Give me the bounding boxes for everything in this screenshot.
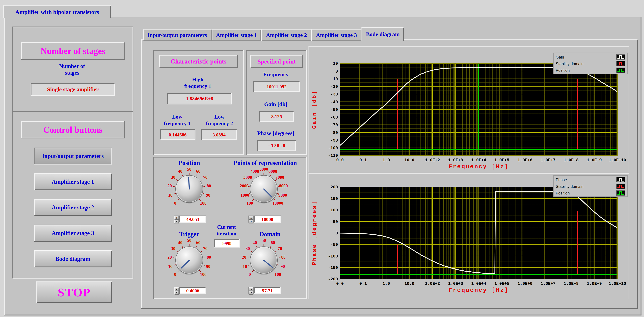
legend-line-icon xyxy=(616,54,625,60)
position-knob[interactable]: 0102030405060708090100 xyxy=(154,166,224,216)
svg-text:1.0E+8: 1.0E+8 xyxy=(564,281,578,286)
legend-item[interactable]: Stability domain xyxy=(554,183,628,189)
svg-text:0: 0 xyxy=(248,272,251,277)
svg-text:10: 10 xyxy=(168,193,172,198)
svg-text:1.0E+10: 1.0E+10 xyxy=(609,158,626,163)
trigger-value[interactable]: 0.4006 xyxy=(180,287,206,294)
svg-text:1.0E+5: 1.0E+5 xyxy=(494,158,509,163)
specified-point-title: Specified point xyxy=(258,58,296,65)
svg-text:1.0E+9: 1.0E+9 xyxy=(587,281,602,286)
svg-text:90: 90 xyxy=(280,264,285,269)
tab-amplifier-stage-2[interactable]: Amplifier stage 2 xyxy=(262,30,312,41)
gain-bode-plot: 0.00.11.010.01.0E+21.0E+31.0E+41.0E+51.0… xyxy=(308,47,629,172)
amplifier-stage-2-button[interactable]: Amplifier stage 2 xyxy=(34,199,112,216)
gain-db-label: Gain [db] xyxy=(247,101,304,108)
legend-item[interactable]: Phase xyxy=(554,176,628,183)
position-spinner[interactable]: ▲▼ xyxy=(174,215,180,223)
svg-text:40: 40 xyxy=(252,240,257,245)
points-spinner[interactable]: ▲▼ xyxy=(248,215,254,223)
domain-value[interactable]: 97.71 xyxy=(254,287,281,294)
svg-text:-10: -10 xyxy=(330,77,338,82)
decrement-icon[interactable]: ▼ xyxy=(174,291,179,295)
svg-text:70: 70 xyxy=(203,246,208,251)
increment-icon[interactable]: ▲ xyxy=(174,287,179,291)
trigger-knob[interactable]: 0102030405060708090100 xyxy=(154,237,224,288)
svg-text:20: 20 xyxy=(242,255,246,260)
svg-text:-40: -40 xyxy=(330,100,338,105)
increment-icon[interactable]: ▲ xyxy=(249,287,254,291)
input-output-parameters-button[interactable]: Input/output parameters xyxy=(34,148,112,165)
window-tab-label: Amplifier with bipolar transistors xyxy=(15,9,99,16)
amplifier-stage-1-button[interactable]: Amplifier stage 1 xyxy=(34,173,112,190)
legend-line-icon xyxy=(616,183,625,189)
svg-text:4000: 4000 xyxy=(250,169,259,174)
position-knob-control: ▲▼ 49.053 xyxy=(174,215,206,223)
svg-text:0.0: 0.0 xyxy=(336,158,344,163)
tab-amplifier-stage-1[interactable]: Amplifier stage 1 xyxy=(212,30,262,41)
legend-item[interactable]: Gain xyxy=(554,54,628,60)
points-of-representation-knob[interactable]: 1001000200030004000500060007000800090001… xyxy=(228,166,299,216)
svg-text:20: 20 xyxy=(168,184,172,188)
number-of-stages-label: Number of stages xyxy=(13,63,131,76)
svg-text:150: 150 xyxy=(330,196,338,201)
svg-text:10: 10 xyxy=(333,61,338,66)
stop-button[interactable]: STOP xyxy=(36,281,112,303)
stage-tabbar: Input/output parameters Amplifier stage … xyxy=(143,27,404,40)
gain-plot-legend[interactable]: GainStability domainPozition xyxy=(553,53,628,74)
phase-indicator: -179.9 xyxy=(257,140,296,151)
phase-bode-plot: 0.00.11.010.01.0E+21.0E+31.0E+41.0E+51.0… xyxy=(308,173,629,299)
domain-knob-label: Domain xyxy=(239,230,301,238)
trigger-spinner[interactable]: ▲▼ xyxy=(174,287,180,294)
tab-input-output-parameters[interactable]: Input/output parameters xyxy=(143,30,212,41)
legend-item[interactable]: Pozition xyxy=(554,189,628,196)
tab-amplifier-stage-3[interactable]: Amplifier stage 3 xyxy=(312,30,362,41)
svg-text:80: 80 xyxy=(207,255,211,260)
decrement-icon[interactable]: ▼ xyxy=(249,291,254,295)
svg-text:-90: -90 xyxy=(330,138,338,143)
svg-text:20: 20 xyxy=(168,255,172,260)
svg-text:80: 80 xyxy=(207,184,211,188)
increment-icon[interactable]: ▲ xyxy=(249,216,254,220)
svg-text:60: 60 xyxy=(196,240,200,245)
svg-text:0: 0 xyxy=(336,69,338,74)
domain-knob[interactable]: 0102030405060708090100 xyxy=(228,237,299,288)
characteristic-points-box: Characteristic points High frequency 1 1… xyxy=(153,50,244,155)
increment-icon[interactable]: ▲ xyxy=(174,216,179,220)
svg-text:100: 100 xyxy=(200,272,206,277)
points-value[interactable]: 10000 xyxy=(254,215,281,223)
svg-text:1.0E+3: 1.0E+3 xyxy=(448,158,463,163)
phase-plot-legend[interactable]: PhaseStability domainPozition xyxy=(553,175,628,197)
frequency-label: Frequency xyxy=(247,71,304,78)
svg-text:1.0: 1.0 xyxy=(382,281,390,286)
control-buttons-box: Control buttons Input/output parameters … xyxy=(12,111,133,278)
bode-diagram-button[interactable]: Bode diagram xyxy=(34,250,112,267)
domain-knob-control: ▲▼ 97.71 xyxy=(248,287,281,294)
amplifier-stage-3-button[interactable]: Amplifier stage 3 xyxy=(34,225,112,242)
decrement-icon[interactable]: ▼ xyxy=(249,220,254,223)
svg-text:0.0: 0.0 xyxy=(336,281,344,286)
svg-text:1.0E+3: 1.0E+3 xyxy=(448,281,463,286)
svg-text:-30: -30 xyxy=(330,92,338,97)
svg-text:60: 60 xyxy=(271,240,275,245)
app-window: Amplifier with bipolar transistors Numbe… xyxy=(0,0,644,317)
points-knob-control: ▲▼ 10000 xyxy=(248,215,281,223)
legend-item[interactable]: Pozition xyxy=(554,67,628,74)
tab-bode-diagram[interactable]: Bode diagram xyxy=(362,27,404,41)
svg-text:30: 30 xyxy=(171,175,175,180)
svg-text:1000: 1000 xyxy=(240,193,249,198)
legend-item[interactable]: Stability domain xyxy=(554,60,628,67)
svg-text:1.0E+4: 1.0E+4 xyxy=(471,281,486,286)
svg-text:1.0E+4: 1.0E+4 xyxy=(471,158,486,163)
svg-text:1.0E+8: 1.0E+8 xyxy=(564,158,578,163)
window-tab[interactable]: Amplifier with bipolar transistors xyxy=(3,6,111,19)
number-of-stages-box: Number of stages Number of stages Single… xyxy=(12,27,133,112)
svg-text:1.0E+6: 1.0E+6 xyxy=(518,281,532,286)
svg-text:-100: -100 xyxy=(328,254,338,259)
decrement-icon[interactable]: ▼ xyxy=(174,220,179,223)
domain-spinner[interactable]: ▲▼ xyxy=(248,287,254,294)
svg-text:90: 90 xyxy=(206,193,210,198)
points-knob-label: Points of representation xyxy=(224,159,306,167)
svg-text:10.0: 10.0 xyxy=(404,281,414,286)
position-value[interactable]: 49.053 xyxy=(180,215,206,223)
svg-text:2000: 2000 xyxy=(240,184,248,188)
